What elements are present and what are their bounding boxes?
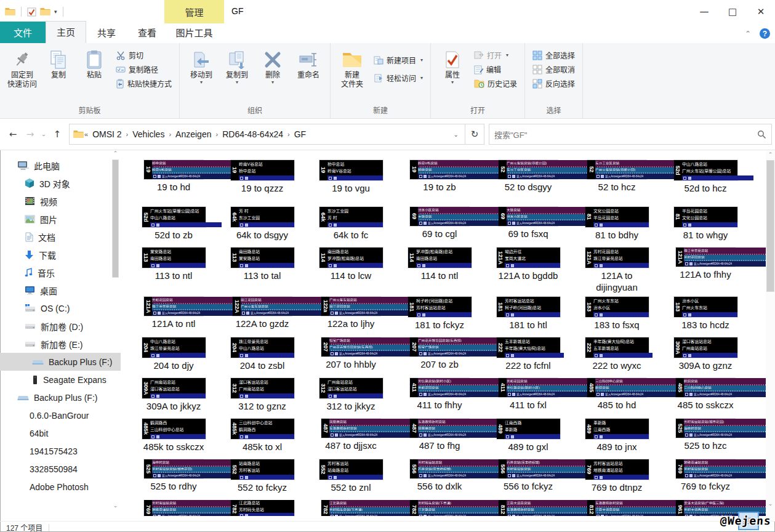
file-item[interactable]: 52东沙工业区总站广州火车站总站(草暖公园)显入Anzeigen#RD64-48…: [572, 160, 661, 207]
file-item[interactable]: 485k三山科创中心总站鹤洞路西485k to xl: [218, 419, 307, 459]
file-item[interactable]: 769芳村客运站总站地铁南浦站总站769 to dtnpz: [572, 459, 661, 500]
file-item[interactable]: 411芳和花园总站芳信路总站(鹅村小区)显入Anzeigen#RD64-48-6…: [484, 378, 572, 419]
file-item[interactable]: 181芳村客运站总站柯子岭(河田路)总站181 to htl: [484, 297, 572, 337]
scroll-up-icon[interactable]: ⌃: [111, 150, 119, 159]
file-item[interactable]: 222五羊新城总站丰年路(黄大仙祠)总站222 to fcfnl: [484, 337, 572, 378]
scrollbar-thumb[interactable]: [767, 161, 774, 291]
sidebar-item-1941575423[interactable]: 1941575423: [0, 442, 121, 460]
customize-quick-access-caret[interactable]: ▾: [54, 9, 57, 15]
file-item[interactable]: 19桥中总站岭南V谷总站19 to vgu: [307, 160, 395, 207]
breadcrumb-item[interactable]: RD64-48-64x24: [219, 128, 287, 140]
ribbon-button[interactable]: 全部取消: [529, 62, 579, 76]
scroll-down-icon[interactable]: ⌄: [111, 502, 119, 511]
manage-context-header[interactable]: 管理: [164, 0, 224, 23]
address-dropdown-caret[interactable]: ⌄: [450, 131, 462, 138]
file-item[interactable]: 552芳村客运站站南路总站552 to znl: [307, 459, 395, 500]
sidebar-item-backup-plus-f-[interactable]: Backup Plus (F:): [0, 389, 121, 406]
file-item[interactable]: 19桥中总站岭南V谷总站显入Anzeigen#RD64-48-64x2419 t…: [129, 160, 218, 207]
file-item[interactable]: 114罗冲围(松南路)总站南田路总站114 to ntl: [395, 248, 484, 297]
file-item[interactable]: 485k鹤洞路西三山科创中心总站485k to sskczx: [129, 419, 218, 459]
collapse-ribbon-icon[interactable]: ⌃: [745, 30, 751, 38]
scroll-up-icon[interactable]: ⌃: [766, 150, 775, 159]
file-item[interactable]: 181柯子岭(河田路)总站芳村客运站总站181 to fckyz: [395, 297, 484, 337]
file-item[interactable]: 487凤凰岗总站东漖教师新村总站显入Anzeigen#RD64-48-64x24…: [307, 419, 395, 459]
file-item[interactable]: 485鹤洞总站三山科创中心总站显入Anzeigen#RD64-48-64x244…: [661, 378, 750, 419]
back-button[interactable]: ←: [5, 126, 21, 142]
search-input[interactable]: 搜索"GF": [489, 124, 772, 145]
file-item[interactable]: 207广州花卉博览园总站(东西部)恒宝广场总站显入Anzeigen#RD64-4…: [395, 337, 484, 378]
file-item[interactable]: 121A坳边开往宝岗大道北121A to bgddb: [484, 248, 572, 297]
sidebar-item--[interactable]: 桌面: [0, 281, 121, 299]
ribbon-button[interactable]: 反向选择: [529, 76, 579, 91]
sidebar-item--[interactable]: 视频: [0, 192, 121, 210]
file-item[interactable]: 113南田路总站棠安路总站113 to tal: [218, 248, 307, 297]
refresh-button[interactable]: ↻: [465, 124, 484, 145]
breadcrumb-item[interactable]: Vehicles: [129, 128, 168, 140]
file-item[interactable]: 312滘口客运站总站广州南站总站312 to gznz: [218, 378, 307, 419]
ribbon-button[interactable]: 剪切: [112, 48, 175, 62]
file-item[interactable]: 489革新路江南西路489 to jnx: [572, 419, 661, 459]
address-box[interactable]: «OMSI 2›Vehicles›Anzeigen›RD64-48-64x24›…: [69, 124, 465, 145]
file-item[interactable]: 183广州火车东站汾水小区183 to fsxq: [572, 297, 661, 337]
sidebar-item-seagate-expans[interactable]: Seagate Expans: [0, 371, 121, 389]
breadcrumb-item[interactable]: OMSI 2: [89, 128, 125, 140]
file-item[interactable]: 121A芳和花园总站珠江帝景苑总站显入Anzeigen#RD64-48-64x2…: [129, 297, 218, 337]
file-item[interactable]: 204中山八路总站珠江帝景苑总站204 to djy: [129, 337, 218, 378]
scroll-down-icon[interactable]: ⌄: [766, 499, 775, 509]
ribbon-button[interactable]: 移动到▾: [184, 46, 219, 86]
tab-查看[interactable]: 查看: [127, 22, 167, 43]
content-scrollbar[interactable]: ⌃ ⌄: [766, 150, 775, 521]
file-item[interactable]: 222丰年路(黄大仙祠)总站五羊新城总站222 to wyxc: [572, 337, 661, 378]
file-item[interactable]: 19岭南V谷总站桥中总站19 to qzzz: [218, 160, 307, 207]
sidebar-item-backup-plus-f-[interactable]: Backup Plus (F:): [0, 353, 121, 371]
file-item[interactable]: 489江南西路革新路489 to gxl: [484, 419, 572, 459]
search-icon[interactable]: [757, 130, 766, 139]
sidebar-item--[interactable]: 图片: [0, 210, 121, 228]
ribbon-button[interactable]: 粘贴快捷方式: [112, 76, 175, 91]
file-item[interactable]: 69汾水小区总站大塘总站显入Anzeigen#RD64-48-64x2469 t…: [395, 207, 484, 248]
ribbon-button[interactable]: 编辑: [470, 62, 521, 76]
file-item[interactable]: 411芳信路总站(鹅村小区)芳和花园总站显入Anzeigen#RD64-48-6…: [395, 378, 484, 419]
recent-locations-caret[interactable]: ⌄: [39, 126, 48, 142]
sidebar-item--d-[interactable]: 新加卷 (D:): [0, 317, 121, 335]
file-item[interactable]: 183汾水小区广州火车东站183 to hcdz: [661, 297, 750, 337]
sidebar-item--[interactable]: 音乐: [0, 264, 121, 281]
file-item[interactable]: 485三山科创中心总站鹤洞总站显入Anzeigen#RD64-48-64x244…: [572, 378, 661, 419]
file-item[interactable]: 113棠安路总站南田路总站113 to ntl: [129, 248, 218, 297]
file-item[interactable]: 487东漖教师新村总站凤凰岗总站显入Anzeigen#RD64-48-64x24…: [395, 419, 484, 459]
ribbon-button[interactable]: 打开▾: [470, 48, 521, 62]
sidebar-item--[interactable]: 文档: [0, 228, 121, 246]
tab-主页[interactable]: 主页: [46, 21, 86, 43]
file-item[interactable]: 525芳村客运站总站(城市花园)海中村总站显入Anzeigen#RD64-48-…: [661, 419, 750, 459]
ribbon-button[interactable]: 新建项目▾: [370, 53, 427, 67]
ribbon-button[interactable]: 复制: [41, 46, 76, 81]
folder-icon[interactable]: [40, 7, 50, 16]
file-item[interactable]: 309A广州南站总站滘口客运站总站309A to jkkyz: [129, 378, 218, 419]
ribbon-button[interactable]: 属性▾: [435, 46, 470, 86]
file-item[interactable]: 204珠江帝景苑总站中山八路总站204 to zsbl: [218, 337, 307, 378]
sidebar-scrollbar[interactable]: ⌃ ⌄: [111, 150, 119, 521]
file-item[interactable]: 556石井总站(庆丰纺织城)芳村客运站总站显入Anzeigen#RD64-48-…: [484, 459, 572, 500]
file-item[interactable]: 64k芳 村东沙工业园64k to dsgyy: [218, 207, 307, 248]
file-item[interactable]: 52d广州火车站(草暖公园)总站中山八路总站52d to zb: [129, 207, 218, 248]
file-item[interactable]: 81半岛花园总站文化公园总站81 to whgy: [661, 207, 750, 248]
checkbox-icon[interactable]: [27, 7, 36, 17]
ribbon-button[interactable]: 固定到快速访问: [4, 46, 40, 91]
ribbon-button[interactable]: 轻松访问▾: [370, 71, 427, 85]
file-item[interactable]: 52d中山八路总站广州火车站(草暖公园)总站52d to hcz: [661, 160, 750, 207]
file-item[interactable]: 121A珠江帝景苑总站芳村花园总站显入Anzeigen#RD64-48-64x2…: [661, 248, 750, 297]
up-button[interactable]: ↑: [49, 126, 65, 142]
file-item[interactable]: 114南田路总站罗冲围(松南路)总站114 to lcw: [307, 248, 395, 297]
file-item[interactable]: 122A丽江花园总站广州火车东站总站显入Anzeigen#RD64-48-64x…: [218, 297, 307, 337]
tab-picture-tools[interactable]: 图片工具: [164, 22, 224, 43]
file-item[interactable]: 782江北路总站芳村码头总站(下市涌)显入Anzeigen#RD64-48-64…: [307, 500, 395, 516]
file-item[interactable]: 19岭南V谷总站桥中总站显入Anzeigen#RD64-48-64x2419 t…: [395, 160, 484, 207]
minimize-button[interactable]: —: [690, 0, 718, 23]
folder-icon[interactable]: [5, 7, 15, 16]
file-item[interactable]: 309A滘口客运站总站广州南站总站309A to gznz: [661, 337, 750, 378]
sidebar-item-0-6-0-bangrour[interactable]: 0.6.0-BanGrour: [0, 406, 121, 424]
file-item[interactable]: 312广州南站总站滘口客运站总站312 to jkkyz: [307, 378, 395, 419]
file-item[interactable]: 69大塘总站汾水小区总站显入Anzeigen#RD64-48-64x2469 t…: [484, 207, 572, 248]
file-item[interactable]: 207恒宝广场总站广州花卉博览园总站(东西部)显入Anzeigen#RD64-4…: [307, 337, 395, 378]
file-item[interactable]: 121A芳村花园总站珠江帝景苑总站121A to dijingyuan: [572, 248, 661, 297]
